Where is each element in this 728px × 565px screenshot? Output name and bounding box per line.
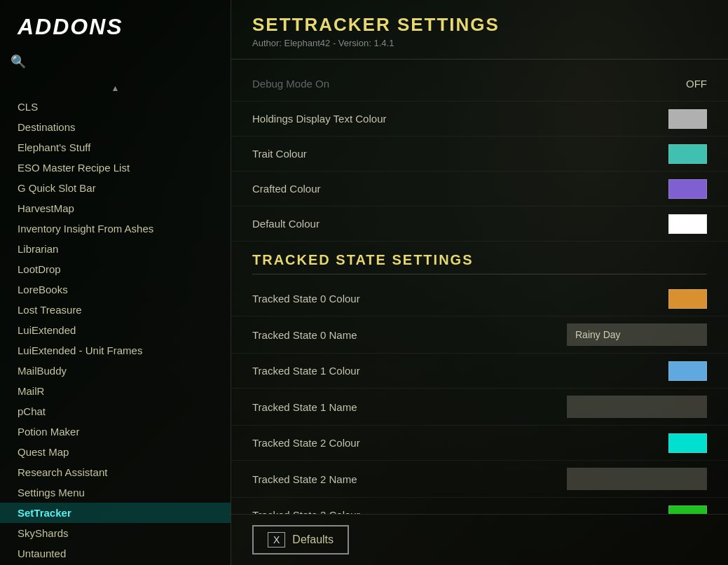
- state0-colour-swatch[interactable]: [668, 289, 707, 309]
- page-title: ADDONS: [0, 0, 231, 50]
- sidebar-item-luiextended-unit-frames[interactable]: LuiExtended - Unit Frames: [0, 340, 231, 361]
- sidebar-item-harvestmap[interactable]: HarvestMap: [0, 198, 231, 218]
- state2-name-label: Tracked State 2 Name: [252, 473, 357, 485]
- sidebar-item-skyshards[interactable]: SkyShards: [0, 523, 231, 543]
- setting-holdings-colour: Holdings Display Text Colour: [231, 102, 728, 137]
- setting-state0-colour: Tracked State 0 Colour: [231, 281, 728, 316]
- sidebar-item-destinations[interactable]: Destinations: [0, 117, 231, 137]
- sidebar-item-settings-menu[interactable]: Settings Menu: [0, 482, 231, 503]
- holdings-colour-label: Holdings Display Text Colour: [252, 113, 386, 125]
- sidebar-item-eso-master-recipe[interactable]: ESO Master Recipe List: [0, 158, 231, 178]
- state1-name-label: Tracked State 1 Name: [252, 401, 357, 413]
- defaults-button-label: Defaults: [292, 533, 334, 546]
- sidebar-item-quest-map[interactable]: Quest Map: [0, 442, 231, 462]
- setting-trait-colour: Trait Colour: [231, 137, 728, 172]
- sidebar-item-elephants-stuff[interactable]: Elephant's Stuff: [0, 137, 231, 158]
- setting-state0-name: Tracked State 0 Name: [231, 316, 728, 354]
- sidebar-item-settracker[interactable]: SetTracker: [0, 503, 231, 523]
- content-panel: SETTRACKER SETTINGS Author: Elephant42 -…: [231, 0, 728, 565]
- state1-name-input[interactable]: [567, 396, 707, 418]
- state0-colour-label: Tracked State 0 Colour: [252, 293, 360, 305]
- sidebar-item-librarian[interactable]: Librarian: [0, 239, 231, 259]
- setting-state2-colour: Tracked State 2 Colour: [231, 426, 728, 461]
- sidebar-item-g-quick-slot[interactable]: G Quick Slot Bar: [0, 178, 231, 198]
- sidebar-item-research-assistant[interactable]: Research Assistant: [0, 462, 231, 482]
- search-bar[interactable]: 🔍: [0, 50, 231, 76]
- content-body: Debug Mode On OFF Holdings Display Text …: [231, 60, 728, 514]
- content-subtitle: Author: Elephant42 - Version: 1.4.1: [252, 38, 707, 48]
- holdings-colour-swatch[interactable]: [668, 109, 707, 129]
- sidebar-item-lorebooks[interactable]: LoreBooks: [0, 279, 231, 300]
- main-container: ADDONS 🔍 ▲ CLS Destinations Elephant's S…: [0, 0, 728, 565]
- crafted-colour-swatch[interactable]: [668, 179, 707, 199]
- sidebar-list: ▲ CLS Destinations Elephant's Stuff ESO …: [0, 76, 231, 565]
- sidebar-item-lootdrop[interactable]: LootDrop: [0, 259, 231, 279]
- state1-colour-label: Tracked State 1 Colour: [252, 365, 360, 377]
- sidebar-item-inventory-insight[interactable]: Inventory Insight From Ashes: [0, 218, 231, 239]
- sidebar: ADDONS 🔍 ▲ CLS Destinations Elephant's S…: [0, 0, 231, 565]
- sidebar-item-potion-maker[interactable]: Potion Maker: [0, 421, 231, 442]
- sidebar-item-cls[interactable]: CLS: [0, 97, 231, 117]
- scroll-up-arrow[interactable]: ▲: [0, 80, 231, 97]
- content-title: SETTRACKER SETTINGS: [252, 14, 707, 36]
- state0-name-input[interactable]: [567, 323, 707, 346]
- tracked-state-header-row: TRACKED STATE SETTINGS: [231, 242, 728, 281]
- debug-mode-label: Debug Mode On: [252, 78, 329, 90]
- setting-state1-colour: Tracked State 1 Colour: [231, 354, 728, 389]
- tracked-state-section-header: TRACKED STATE SETTINGS: [252, 252, 707, 274]
- setting-state1-name: Tracked State 1 Name: [231, 389, 728, 426]
- setting-state3-colour: Tracked State 3 Colour: [231, 498, 728, 514]
- debug-mode-value: OFF: [651, 78, 707, 90]
- state1-colour-swatch[interactable]: [668, 361, 707, 381]
- sidebar-item-untaunted[interactable]: Untaunted: [0, 543, 231, 564]
- search-icon[interactable]: 🔍: [11, 54, 26, 69]
- setting-crafted-colour: Crafted Colour: [231, 172, 728, 207]
- default-colour-swatch[interactable]: [668, 214, 707, 234]
- trait-colour-swatch[interactable]: [668, 144, 707, 164]
- state2-colour-swatch[interactable]: [668, 433, 707, 453]
- default-colour-label: Default Colour: [252, 218, 320, 230]
- crafted-colour-label: Crafted Colour: [252, 183, 321, 195]
- content-footer: X Defaults: [231, 514, 728, 565]
- setting-state2-name: Tracked State 2 Name: [231, 461, 728, 498]
- state3-colour-label: Tracked State 3 Colour: [252, 509, 360, 514]
- setting-default-colour: Default Colour: [231, 207, 728, 242]
- content-header: SETTRACKER SETTINGS Author: Elephant42 -…: [231, 0, 728, 60]
- state3-colour-swatch[interactable]: [668, 505, 707, 515]
- setting-debug-mode: Debug Mode On OFF: [231, 67, 728, 102]
- defaults-button[interactable]: X Defaults: [252, 525, 349, 554]
- sidebar-item-mailr[interactable]: MailR: [0, 381, 231, 401]
- sidebar-item-mailbuddy[interactable]: MailBuddy: [0, 361, 231, 381]
- sidebar-item-lost-treasure[interactable]: Lost Treasure: [0, 300, 231, 320]
- sidebar-item-luiextended[interactable]: LuiExtended: [0, 320, 231, 340]
- state0-name-label: Tracked State 0 Name: [252, 329, 357, 341]
- sidebar-item-pchat[interactable]: pChat: [0, 401, 231, 421]
- defaults-button-key: X: [268, 532, 285, 547]
- state2-colour-label: Tracked State 2 Colour: [252, 437, 360, 449]
- state2-name-input[interactable]: [567, 468, 707, 490]
- trait-colour-label: Trait Colour: [252, 148, 307, 160]
